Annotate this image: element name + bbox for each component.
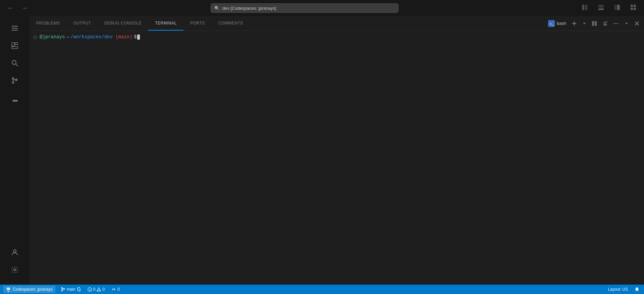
activity-item-explorer[interactable]	[7, 38, 23, 54]
terminal-prompt: @jpranays → /workspaces/dev (main) $	[34, 34, 640, 41]
tab-ports[interactable]: PORTS	[183, 16, 212, 31]
svg-rect-15	[12, 47, 18, 49]
codespaces-status[interactable]: Codespaces: jpranays	[3, 286, 55, 293]
svg-rect-8	[631, 8, 633, 10]
svg-rect-28	[595, 21, 597, 26]
svg-point-16	[12, 60, 16, 64]
terminal-area[interactable]: @jpranays → /workspaces/dev (main) $	[30, 31, 644, 285]
svg-rect-0	[582, 5, 584, 10]
svg-rect-27	[592, 21, 594, 26]
svg-rect-4	[617, 5, 620, 10]
panel-tabs-right: >_ bash	[546, 16, 644, 31]
activity-item-menu[interactable]	[7, 20, 23, 36]
svg-text:>_: >_	[550, 22, 553, 26]
activity-bar-top: •••	[7, 19, 23, 244]
bash-icon: >_	[548, 20, 555, 27]
status-bar-left: Codespaces: jpranays main ✕ 0 ! 0 0	[3, 286, 121, 293]
svg-text:!: !	[99, 289, 100, 291]
toggle-primary-sidebar-button[interactable]	[580, 3, 590, 14]
scrollbar-track[interactable]	[641, 31, 644, 285]
bash-label: bash	[557, 21, 566, 26]
errors-status[interactable]: ✕ 0 ! 0	[86, 286, 106, 293]
svg-rect-5	[614, 5, 616, 10]
activity-item-search[interactable]	[7, 55, 23, 71]
svg-point-32	[617, 23, 618, 24]
svg-point-31	[615, 23, 616, 24]
svg-rect-26	[572, 23, 576, 24]
forward-button[interactable]: →	[19, 3, 30, 13]
tab-problems[interactable]: PROBLEMS	[30, 16, 67, 31]
bell-icon	[635, 287, 639, 292]
branch-icon	[61, 287, 65, 292]
svg-rect-10	[12, 26, 18, 27]
collapse-panel-button[interactable]	[622, 19, 631, 28]
prompt-path: /workspaces/dev	[70, 34, 113, 41]
title-bar-left: ← →	[5, 3, 30, 13]
branch-label: main	[67, 287, 75, 292]
tab-debug-console[interactable]: DEBUG CONSOLE	[98, 16, 148, 31]
prompt-dollar: $	[134, 34, 137, 41]
warning-icon: !	[97, 287, 101, 292]
tab-terminal[interactable]: TERMINAL	[148, 16, 183, 31]
prompt-cursor	[137, 35, 140, 40]
search-bar[interactable]: 🔍 dev [Codespaces: jpranays]	[211, 3, 398, 13]
prompt-branch: (main)	[113, 34, 132, 41]
error-icon: ✕	[88, 287, 92, 292]
svg-line-29	[606, 21, 607, 22]
activity-bar-bottom	[7, 244, 23, 282]
layout-status[interactable]: Layout: US	[607, 286, 629, 293]
ports-status[interactable]: 0	[110, 286, 121, 293]
svg-text:✕: ✕	[89, 288, 91, 291]
warnings-count: 0	[102, 287, 105, 292]
close-panel-button[interactable]	[633, 20, 641, 27]
svg-rect-11	[12, 28, 18, 29]
title-bar-right	[580, 3, 639, 14]
ports-count: 0	[117, 287, 120, 292]
svg-point-30	[614, 23, 615, 24]
layout-label: Layout: US	[608, 287, 628, 292]
add-terminal-button[interactable]	[570, 19, 579, 28]
status-bar-right: Layout: US	[607, 286, 641, 293]
codespaces-icon	[6, 287, 11, 292]
search-bar-text: dev [Codespaces: jpranays]	[222, 6, 276, 11]
svg-rect-14	[15, 43, 18, 45]
prompt-arrow: →	[66, 34, 69, 41]
customize-layout-button[interactable]	[628, 3, 639, 14]
sync-icon	[77, 287, 81, 291]
bell-status[interactable]	[633, 286, 641, 293]
svg-rect-9	[634, 8, 636, 10]
dropdown-terminal-button[interactable]	[580, 20, 588, 27]
status-bar: Codespaces: jpranays main ✕ 0 ! 0 0 Layo…	[0, 285, 644, 294]
svg-point-21	[13, 250, 16, 252]
kill-terminal-button[interactable]	[600, 19, 610, 28]
prompt-user: @jpranays	[40, 34, 65, 41]
svg-point-22	[14, 269, 16, 271]
back-button[interactable]: ←	[5, 3, 15, 13]
tab-comments[interactable]: COMMENTS	[212, 16, 250, 31]
title-bar-center: 🔍 dev [Codespaces: jpranays]	[211, 3, 398, 13]
main-container: ••• PROBLEMS OUTPUT DEBUG CONSOLE TERMIN…	[0, 16, 644, 285]
editor-area: PROBLEMS OUTPUT DEBUG CONSOLE TERMINAL P…	[30, 16, 644, 285]
bash-terminal-button[interactable]: >_ bash	[546, 19, 568, 28]
svg-rect-7	[634, 5, 636, 7]
svg-point-34	[61, 290, 62, 291]
panel-tabs: PROBLEMS OUTPUT DEBUG CONSOLE TERMINAL P…	[30, 16, 644, 31]
svg-point-33	[61, 288, 62, 289]
more-actions-button[interactable]	[611, 19, 621, 28]
activity-item-account[interactable]	[7, 244, 23, 260]
toggle-panel-button[interactable]	[596, 3, 606, 14]
svg-rect-12	[12, 30, 18, 31]
activity-item-settings[interactable]	[7, 262, 23, 278]
prompt-dot	[34, 36, 37, 39]
toggle-secondary-sidebar-button[interactable]	[612, 3, 623, 14]
branch-status[interactable]: main	[59, 286, 82, 293]
codespaces-label: Codespaces: jpranays	[13, 287, 53, 292]
activity-item-source-control[interactable]	[7, 72, 23, 89]
search-icon: 🔍	[214, 6, 220, 11]
split-terminal-button[interactable]	[590, 19, 599, 28]
activity-item-extensions[interactable]: •••	[7, 93, 23, 109]
svg-rect-13	[12, 43, 14, 46]
panel-tabs-left: PROBLEMS OUTPUT DEBUG CONSOLE TERMINAL P…	[30, 16, 250, 31]
tab-output[interactable]: OUTPUT	[67, 16, 98, 31]
svg-point-19	[12, 82, 14, 84]
